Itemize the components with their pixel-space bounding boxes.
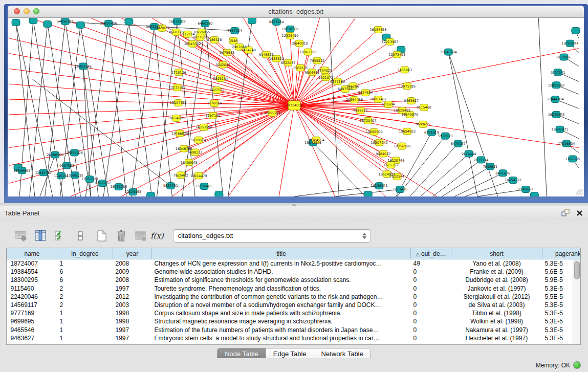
cell-in_degree[interactable]: 1 — [57, 309, 113, 317]
table-row[interactable]: 911546021997Tourette syndrome. Phenomeno… — [7, 285, 581, 293]
cell-title[interactable]: Estimation of significance thresholds fo… — [152, 276, 411, 284]
cell-title[interactable]: Estimation of the future numbers of pati… — [152, 326, 411, 334]
table-row[interactable]: 969969511998Structural magnetic resonanc… — [7, 317, 581, 325]
import-table-icon[interactable] — [52, 229, 68, 243]
network-node[interactable] — [125, 18, 133, 25]
table-row[interactable]: 1938455462009Genome-wide association stu… — [7, 268, 581, 276]
cell-title[interactable]: Corpus callosum shape and size in male p… — [152, 309, 411, 317]
new-document-icon[interactable] — [94, 229, 110, 243]
cell-short[interactable]: Dudbridge et al. (2008) — [451, 276, 542, 284]
network-node[interactable] — [29, 18, 37, 24]
column-header-in_degree[interactable]: in_degree — [57, 248, 113, 259]
cell-out_degree[interactable]: 0 — [411, 317, 451, 325]
cell-in_degree[interactable]: 1 — [57, 326, 113, 334]
cell-in_degree[interactable]: 6 — [57, 276, 113, 284]
cell-short[interactable]: Franke et al. (2009) — [451, 268, 542, 276]
cell-in_degree[interactable]: 1 — [57, 259, 113, 268]
cell-out_degree[interactable]: 49 — [411, 259, 451, 268]
table-row[interactable]: 1872400712008Changes of HCN gene express… — [7, 259, 581, 268]
cell-title[interactable]: Investigating the contribution of common… — [152, 293, 411, 301]
cell-year[interactable]: 1997 — [113, 285, 152, 293]
window-minimize-button[interactable] — [24, 8, 30, 14]
cell-short[interactable]: Nakamura et al. (1997) — [451, 326, 542, 334]
network-node[interactable] — [215, 191, 223, 196]
column-header-title[interactable]: title — [152, 248, 411, 259]
cell-name[interactable]: 9465546 — [7, 326, 57, 334]
cell-name[interactable]: 9115460 — [7, 285, 57, 293]
network-node[interactable] — [12, 19, 20, 26]
scrollbar-thumb[interactable] — [574, 261, 580, 279]
cell-short[interactable]: Tibbo et al. (1998) — [451, 309, 542, 317]
network-node[interactable] — [76, 21, 84, 28]
resize-grip-icon[interactable] — [576, 189, 583, 195]
network-node[interactable] — [43, 20, 52, 27]
network-node[interactable] — [147, 192, 155, 196]
cell-name[interactable]: 18724007 — [7, 259, 57, 268]
cell-year[interactable]: 1997 — [113, 326, 152, 334]
float-window-icon[interactable] — [561, 209, 570, 217]
cell-year[interactable]: 2012 — [113, 293, 152, 301]
network-canvas[interactable]: 1872400714055721206914061055267716033809… — [8, 18, 584, 196]
cell-name[interactable]: 9463627 — [7, 334, 57, 342]
cell-name[interactable]: 18300295 — [7, 276, 57, 284]
cell-short[interactable]: Wolkin et al. (1998) — [451, 317, 542, 325]
window-close-button[interactable] — [14, 8, 20, 14]
column-header-short[interactable]: short — [451, 248, 542, 259]
cell-title[interactable]: Structural magnetic resonance image aver… — [152, 317, 411, 325]
cell-out_degree[interactable]: 0 — [411, 309, 451, 317]
column-header-out_degree[interactable]: △out_de… — [411, 248, 451, 259]
table-row[interactable]: 977716911998Corpus callosum shape and si… — [7, 309, 581, 317]
cell-out_degree[interactable]: 0 — [411, 301, 451, 309]
cell-out_degree[interactable]: 0 — [411, 268, 451, 276]
cell-year[interactable]: 2008 — [113, 259, 152, 268]
cell-out_degree[interactable]: 0 — [411, 293, 451, 301]
network-node[interactable] — [572, 27, 580, 34]
cell-year[interactable]: 2008 — [113, 276, 152, 284]
network-node[interactable] — [248, 18, 256, 24]
cell-out_degree[interactable]: 0 — [411, 334, 451, 342]
cell-year[interactable]: 1997 — [113, 334, 152, 342]
delete-table-icon[interactable] — [114, 229, 129, 243]
window-zoom-button[interactable] — [33, 8, 39, 14]
network-graph[interactable]: 1872400714055721206914061055267716033809… — [8, 18, 580, 196]
cell-name[interactable]: 19384554 — [7, 268, 57, 276]
remove-table-icon[interactable] — [133, 229, 148, 243]
cell-name[interactable]: 9699695 — [7, 317, 57, 325]
cell-name[interactable]: 14569117 — [7, 301, 57, 309]
cell-short[interactable]: Jankovic et al. (1997) — [451, 285, 542, 293]
table-row[interactable]: 1830029562008Estimation of significance … — [7, 276, 581, 284]
column-header-pagerank[interactable]: pagerank — [542, 248, 581, 259]
cell-year[interactable]: 1998 — [113, 309, 152, 317]
network-window-titlebar[interactable]: citations_edges.txt — [8, 6, 584, 18]
cell-short[interactable]: Yano et al. (2008) — [451, 259, 542, 268]
cell-out_degree[interactable]: 0 — [411, 326, 451, 334]
table-settings-icon[interactable] — [13, 229, 29, 243]
network-node[interactable] — [364, 191, 372, 196]
cell-in_degree[interactable]: 2 — [57, 293, 113, 301]
table-row[interactable]: 946362711997Embryonic stem cells: a mode… — [7, 334, 581, 342]
table-row[interactable]: 2242004622012Investigating the contribut… — [7, 293, 581, 301]
cell-title[interactable]: Tourette syndrome. Phenomenology and cla… — [152, 285, 411, 293]
function-builder-icon[interactable]: f(x) — [150, 231, 164, 240]
cell-name[interactable]: 22420046 — [7, 293, 57, 301]
cell-year[interactable]: 2009 — [113, 268, 152, 276]
table-row[interactable]: 946554611997Estimation of the future num… — [7, 326, 581, 334]
cell-title[interactable]: Changes of HCN gene expression and I(f) … — [152, 259, 411, 268]
cell-in_degree[interactable]: 6 — [57, 268, 113, 276]
cell-title[interactable]: Embryonic stem cells: a model to study s… — [152, 334, 411, 342]
cell-year[interactable]: 1998 — [113, 317, 152, 325]
merge-cells-icon[interactable] — [73, 229, 88, 243]
close-icon[interactable] — [576, 210, 583, 216]
cell-in_degree[interactable]: 2 — [57, 301, 113, 309]
table-select[interactable]: citations_edges.txt — [173, 229, 371, 243]
cell-out_degree[interactable]: 0 — [411, 285, 451, 293]
cell-title[interactable]: Genome-wide association studies in ADHD. — [152, 268, 411, 276]
network-node[interactable] — [530, 192, 538, 196]
cell-in_degree[interactable]: 1 — [57, 334, 113, 342]
cell-short[interactable]: Hescheler et al. (1997) — [451, 334, 542, 342]
table-scrollbar[interactable] — [573, 259, 580, 344]
cell-short[interactable]: de Silva et al. (2003) — [451, 301, 542, 309]
cell-title[interactable]: Disruption of a novel member of a sodium… — [152, 301, 411, 309]
cell-short[interactable]: Stergiakouli et al. (2012) — [451, 293, 542, 301]
cell-year[interactable]: 2003 — [113, 301, 152, 309]
